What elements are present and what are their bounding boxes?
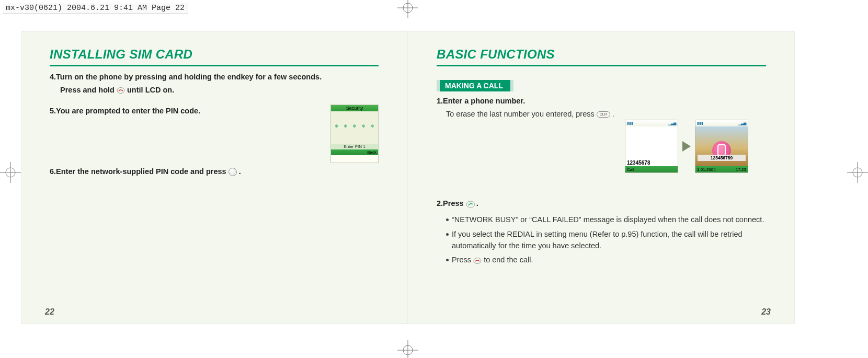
- svg-point-14: [474, 258, 481, 264]
- bullet-dot-icon: [446, 218, 449, 221]
- page-number-23: 23: [761, 307, 771, 317]
- status-bar-2: ▮▮▮ ▁▃▅: [695, 120, 748, 126]
- page-23: BASIC FUNCTIONS MAKING A CALL 1.Enter a …: [408, 31, 795, 324]
- bullet-3: Press to end the call.: [446, 255, 766, 266]
- bullet-list: “NETWORK BUSY” or “CALL FAILED” message …: [437, 214, 766, 266]
- bullet-1-text: “NETWORK BUSY” or “CALL FAILED” message …: [452, 214, 764, 226]
- status-bar-1: ▮▮▮ ▁▃▅: [625, 120, 678, 126]
- step-6-prefix: 6.Enter the network-supplied PIN code an…: [50, 167, 229, 176]
- bullet-dot-icon: [446, 259, 449, 261]
- pin-stars: ＊＊＊＊＊: [331, 111, 378, 144]
- end-key-icon: [117, 87, 125, 94]
- softkey-row-2: 1.01.2004 17:23: [695, 166, 748, 172]
- bullet-3-suffix: to end the call.: [484, 256, 533, 264]
- section-title-right: BASIC FUNCTIONS: [437, 47, 766, 62]
- dialing-screens: ▮▮▮ ▁▃▅ 12345678 Call ▮▮▮ ▁▃▅: [625, 118, 766, 175]
- step-2-prefix: 2.Press: [437, 199, 464, 207]
- step-1-line: 1.Enter a phone number.: [437, 96, 766, 107]
- signal-icon: ▁▃▅: [668, 121, 676, 125]
- step-4-sub-prefix: Press and hold: [60, 86, 117, 94]
- step-1-body-suffix: .: [612, 110, 614, 118]
- bullet-2-text: If you select the REDIAL in setting menu…: [452, 229, 766, 252]
- end-key-icon: [473, 257, 482, 264]
- step-6-suffix: .: [239, 167, 241, 176]
- security-screenshot: Security ＊＊＊＊＊ Enter PIN 1 Back: [330, 105, 379, 163]
- step-4-subline: Press and hold until LCD on.: [60, 86, 379, 94]
- bullet-1: “NETWORK BUSY” or “CALL FAILED” message …: [446, 214, 766, 226]
- step-2-line: 2.Press .: [437, 198, 766, 209]
- send-key-icon: [466, 200, 474, 207]
- section-underline: [437, 65, 766, 66]
- section-underline: [50, 65, 379, 66]
- security-title-bar: Security: [331, 105, 378, 111]
- step-4-line: 4.Turn on the phone by pressing and hold…: [50, 72, 379, 83]
- print-header-strip: mx-v30(0621) 2004.6.21 9:41 AM Page 22: [3, 3, 188, 14]
- enter-pin-prompt: Enter PIN 1: [331, 144, 378, 149]
- softkey-row-1: Call: [625, 166, 678, 172]
- screen-2-time: 17:23: [736, 167, 746, 172]
- page-22: INSTALLING SIM CARD 4.Turn on the phone …: [21, 31, 408, 324]
- step-2-suffix: .: [476, 199, 478, 207]
- softkey-call: Call: [627, 167, 634, 172]
- step-6-line: 6.Enter the network-supplied PIN code an…: [50, 166, 379, 177]
- section-title-left: INSTALLING SIM CARD: [50, 47, 379, 62]
- battery-icon: ▮▮▮: [627, 121, 633, 125]
- page-spread: INSTALLING SIM CARD 4.Turn on the phone …: [21, 31, 795, 324]
- battery-icon: ▮▮▮: [697, 121, 703, 125]
- dial-screen-1: ▮▮▮ ▁▃▅ 12345678 Call: [625, 120, 678, 173]
- bullet-3-text: Press to end the call.: [452, 255, 533, 266]
- screen-2-date: 1.01.2004: [697, 167, 716, 172]
- page-number-22: 22: [45, 307, 54, 317]
- step-4-sub-suffix: until LCD on.: [127, 86, 174, 94]
- crop-mark-top: [397, 0, 418, 18]
- step-1-body-prefix: To erase the last number you entered, pr…: [446, 110, 597, 118]
- step-5-line: 5.You are prompted to enter the PIN code…: [50, 106, 379, 117]
- bullet-dot-icon: [446, 233, 449, 236]
- bullet-3-prefix: Press: [452, 256, 473, 264]
- crop-mark-right: [847, 162, 868, 183]
- crop-mark-left: [0, 162, 21, 183]
- dial-screen-2: ▮▮▮ ▁▃▅ 123456789 1.01.2004 17:23: [695, 120, 748, 173]
- signal-icon: ▁▃▅: [738, 121, 746, 125]
- clr-key-icon: CLR: [597, 111, 610, 118]
- entered-number-1: 12345678: [625, 159, 678, 166]
- svg-point-13: [466, 201, 475, 207]
- arrow-icon: [682, 141, 691, 152]
- bullet-2: If you select the REDIAL in setting menu…: [446, 229, 766, 252]
- ok-key-icon: [229, 168, 237, 176]
- softkey-back: Back: [331, 149, 378, 155]
- entered-number-2: 123456789: [698, 155, 746, 161]
- making-a-call-heading: MAKING A CALL: [437, 80, 513, 91]
- crop-mark-bottom: [397, 340, 418, 358]
- svg-point-12: [117, 88, 124, 94]
